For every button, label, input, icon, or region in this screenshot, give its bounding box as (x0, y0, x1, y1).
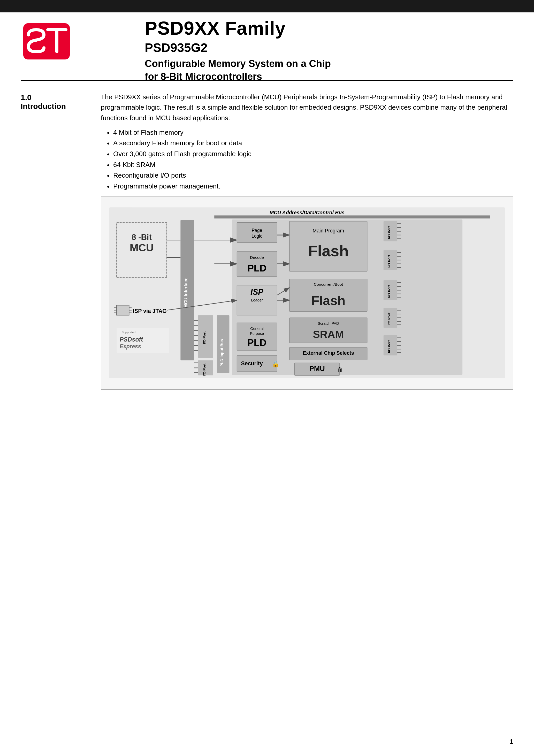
svg-text:PLD: PLD (247, 338, 266, 348)
svg-text:PLD: PLD (247, 263, 266, 274)
svg-text:MCU Address/Data/Control Bus: MCU Address/Data/Control Bus (270, 210, 345, 215)
svg-text:I/O Port: I/O Port (387, 312, 391, 325)
svg-text:Main Program: Main Program (313, 228, 344, 233)
block-diagram: MCU Address/Data/Control Bus 8 -Bit MCU … (101, 197, 513, 390)
svg-text:Scratch PAD: Scratch PAD (318, 321, 339, 326)
list-item: Programmable power management. (106, 181, 513, 192)
list-item: A secondary Flash memory for boot or dat… (106, 138, 513, 149)
intro-paragraph: The PSD9XX series of Programmable Microc… (101, 92, 513, 123)
svg-text:General: General (250, 327, 264, 331)
section-label: 1.0 Introduction (21, 93, 88, 111)
svg-text:Logic: Logic (252, 233, 262, 239)
svg-text:🔒: 🔒 (272, 361, 280, 368)
svg-text:I/O Port: I/O Port (387, 255, 391, 268)
svg-text:External Chip Selects: External Chip Selects (303, 350, 354, 356)
svg-text:Concurrent/Boot: Concurrent/Boot (314, 282, 343, 286)
st-logo-icon (21, 21, 72, 62)
svg-text:MCU Interface: MCU Interface (183, 278, 188, 308)
svg-rect-12 (117, 305, 129, 315)
svg-text:ISP: ISP (251, 287, 263, 297)
list-item: Over 3,000 gates of Flash programmable l… (106, 149, 513, 159)
svg-text:Page: Page (252, 228, 262, 233)
page-number: 1 (510, 738, 513, 746)
svg-text:Security: Security (241, 361, 263, 366)
content-area: The PSD9XX series of Programmable Microc… (101, 92, 513, 192)
svg-text:Flash: Flash (308, 242, 349, 259)
product-number: PSD935G2 (145, 40, 513, 55)
svg-text:I/O Port: I/O Port (387, 285, 391, 298)
svg-text:Supported: Supported (121, 331, 135, 334)
svg-text:🗑: 🗑 (337, 366, 343, 373)
header-divider (21, 80, 513, 81)
title-area: PSD9XX Family PSD935G2 Configurable Memo… (145, 18, 513, 83)
svg-text:PLD Input Bus: PLD Input Bus (220, 339, 224, 366)
svg-text:MCU: MCU (130, 242, 154, 254)
svg-text:I/O Port: I/O Port (387, 340, 391, 353)
section-number: 1.0 (21, 93, 88, 102)
svg-text:ISP via JTAG: ISP via JTAG (133, 308, 167, 314)
svg-text:Decode: Decode (250, 255, 264, 259)
footer-divider (21, 735, 513, 735)
svg-text:Loader: Loader (251, 298, 263, 302)
product-family-title: PSD9XX Family (145, 18, 513, 39)
feature-list: 4 Mbit of Flash memory A secondary Flash… (106, 127, 513, 192)
product-description: Configurable Memory System on a Chip for… (145, 57, 513, 83)
section-title: Introduction (21, 102, 88, 111)
svg-text:I/O Port: I/O Port (202, 332, 206, 344)
svg-text:Express: Express (120, 343, 141, 350)
header-bar (0, 0, 534, 13)
svg-text:8 -Bit: 8 -Bit (132, 233, 152, 242)
list-item: Reconfigurable I/O ports (106, 170, 513, 181)
svg-text:I/O Port: I/O Port (202, 364, 206, 376)
svg-text:PSDsoft: PSDsoft (120, 336, 144, 343)
svg-text:SRAM: SRAM (313, 328, 344, 340)
svg-rect-5 (214, 215, 490, 219)
svg-text:I/O Port: I/O Port (387, 226, 391, 239)
logo-area (21, 21, 78, 67)
svg-text:PMU: PMU (309, 364, 325, 373)
list-item: 4 Mbit of Flash memory (106, 127, 513, 138)
svg-text:Purpose: Purpose (250, 332, 264, 336)
svg-text:Flash: Flash (311, 293, 346, 308)
architecture-diagram: MCU Address/Data/Control Bus 8 -Bit MCU … (109, 205, 505, 381)
list-item: 64 Kbit SRAM (106, 159, 513, 170)
